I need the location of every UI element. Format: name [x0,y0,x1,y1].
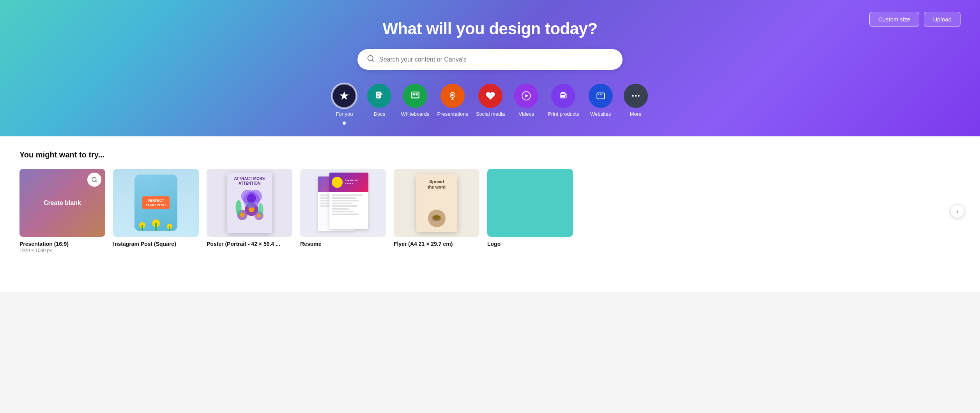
hero-banner: Custom size Upload What will you design … [0,0,980,136]
svg-point-38 [258,203,263,215]
card-sub-create-blank: 1920 × 1080 px [19,248,105,253]
category-social-media[interactable]: Social media [476,84,505,125]
resume-avatar [332,177,343,188]
poster-inner: ATTRACT MORE ATTENTION [227,173,272,233]
category-for-you-label: For you [336,111,353,117]
svg-point-24 [638,95,639,97]
card-thumb-flyer: Spreadthe word [394,169,479,237]
category-presentations[interactable]: Presentations [437,84,468,125]
resume-body [329,192,368,219]
svg-rect-8 [416,94,417,95]
hero-actions: Custom size Upload [869,12,961,27]
insta-content: PERFECTYOUR POST [134,175,177,231]
category-whiteboards-label: Whiteboards [401,111,429,117]
svg-point-45 [247,194,256,203]
svg-rect-32 [169,226,170,231]
card-title-create-blank: Presentation (16:9) [19,241,105,247]
custom-size-button[interactable]: Custom size [869,12,920,27]
resume-header-text: STAND OUTEASILY [345,179,359,185]
category-docs-label: Docs [374,111,386,117]
card-flyer[interactable]: Spreadthe word Flyer (A4 21 × 29.7 cm) [394,169,479,253]
svg-point-47 [433,215,440,220]
category-nav: For you Docs Whiteboards Presentations [23,84,957,125]
svg-rect-16 [562,95,565,97]
hero-title: What will you design today? [23,19,957,38]
cards-container: Create blank Presentation (16:9) 1920 × … [19,169,961,253]
category-social-media-label: Social media [476,111,505,117]
flyer-main-text: Spreadthe word [428,179,446,190]
card-title-poster: Poster (Portrait - 42 × 59.4 ... [207,241,292,247]
category-print-products[interactable]: Print products [548,84,579,125]
svg-rect-31 [155,223,157,231]
category-websites-label: Websites [590,111,611,117]
card-thumb-create-blank: Create blank [19,169,105,237]
card-poster[interactable]: ATTRACT MORE ATTENTION [207,169,292,253]
svg-rect-6 [411,92,419,98]
flyer-circle-decoration [428,210,446,227]
insta-phone: PERFECTYOUR POST [134,175,177,231]
resume-page-front: STAND OUTEASILY [329,173,368,229]
card-title-resume: Resume [300,241,386,247]
svg-line-26 [96,181,97,182]
cards-next-button[interactable]: › [950,204,964,218]
svg-point-39 [240,213,244,217]
category-whiteboards[interactable]: Whiteboards [401,84,429,125]
svg-rect-30 [142,225,143,231]
card-thumb-logo: YOUR BRAND [487,169,573,237]
svg-line-1 [372,60,374,62]
resume-header: STAND OUTEASILY [329,173,368,192]
category-more[interactable]: More [622,84,649,125]
card-title-instagram: Instagram Post (Square) [113,241,199,247]
card-instagram[interactable]: PERFECTYOUR POST Instagram Post (Square) [113,169,199,253]
poster-attract-text: ATTRACT MORE ATTENTION [230,176,269,186]
card-title-logo: Logo [487,241,573,247]
svg-rect-7 [412,94,414,95]
search-thumb-icon[interactable] [87,173,101,187]
resume-inner: STAND OUTEASILY [318,173,368,233]
cards-row: Create blank Presentation (16:9) 1920 × … [19,169,961,253]
category-videos-label: Videos [519,111,534,117]
svg-point-19 [598,94,599,95]
category-presentations-label: Presentations [437,111,468,117]
category-more-label: More [630,111,642,117]
svg-point-21 [601,94,602,95]
search-bar[interactable] [357,49,623,70]
category-websites[interactable]: Websites [587,84,614,125]
category-print-products-label: Print products [548,111,579,117]
svg-point-41 [257,214,261,218]
svg-point-25 [92,177,96,182]
card-thumb-poster: ATTRACT MORE ATTENTION [207,169,292,237]
svg-rect-18 [597,93,605,99]
upload-button[interactable]: Upload [924,12,961,27]
card-resume[interactable]: STAND OUTEASILY [300,169,386,253]
section-title: You might want to try... [19,150,961,159]
svg-point-23 [635,95,636,97]
svg-point-20 [600,94,600,95]
card-logo[interactable]: YOUR BRAND Logo [487,169,573,253]
card-title-flyer: Flyer (A4 21 × 29.7 cm) [394,241,479,247]
card-create-blank[interactable]: Create blank Presentation (16:9) 1920 × … [19,169,105,253]
svg-point-36 [235,200,241,215]
category-videos[interactable]: Videos [513,84,540,125]
svg-point-17 [565,94,566,95]
main-content: You might want to try... Create blank Pr… [0,136,980,292]
svg-point-22 [632,95,633,97]
create-blank-label: Create blank [44,199,81,206]
card-thumb-instagram: PERFECTYOUR POST [113,169,199,237]
insta-badge: PERFECTYOUR POST [142,196,169,210]
search-input[interactable] [379,56,613,63]
flyer-inner: Spreadthe word [416,174,457,232]
category-docs[interactable]: Docs [366,84,393,125]
card-thumb-resume: STAND OUTEASILY [300,169,386,237]
category-for-you[interactable]: For you [331,84,358,125]
search-icon [367,55,375,64]
